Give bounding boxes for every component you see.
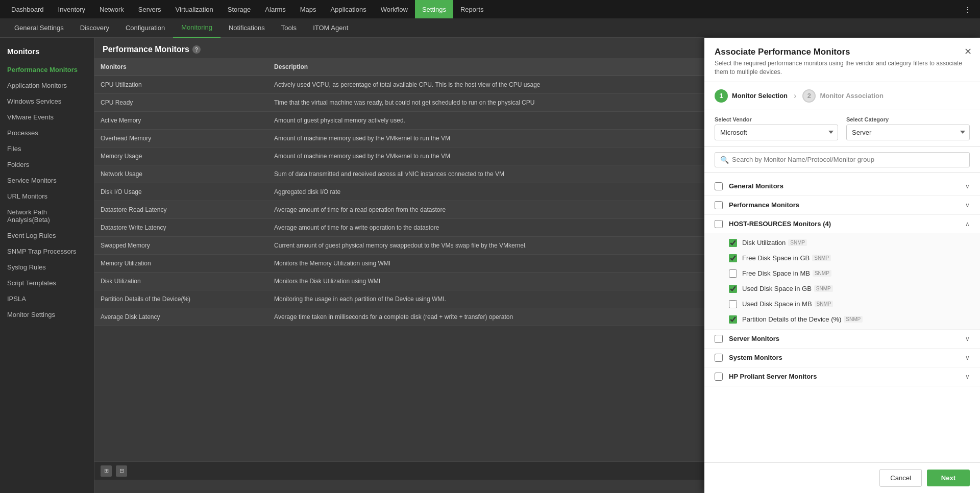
monitor-group-header[interactable]: HOST-RESOURCES Monitors (4)∧ [704, 215, 980, 233]
search-input[interactable] [732, 156, 964, 163]
panel-close-button[interactable]: ✕ [964, 46, 972, 57]
sidebar-item-ipsla[interactable]: IPSLA [0, 291, 94, 307]
sidebar-item-event--log--rules[interactable]: Event Log Rules [0, 228, 94, 243]
step-2-circle: 2 [802, 89, 816, 103]
cell-monitor: Network Usage [94, 165, 268, 183]
sidebar-item-service--monitors[interactable]: Service Monitors [0, 172, 94, 188]
top-navigation: DashboardInventoryNetworkServersVirtuali… [0, 0, 980, 18]
expand-icon: ∨ [965, 202, 970, 209]
nav-item-maps[interactable]: Maps [293, 0, 324, 18]
nav-item-storage[interactable]: Storage [220, 0, 258, 18]
subnav-item-monitoring[interactable]: Monitoring [173, 18, 220, 38]
category-select[interactable]: ServerNetworkStorageVirtual [846, 125, 970, 140]
monitor-group: General Monitors∨ [704, 177, 980, 196]
monitor-group-header[interactable]: Server Monitors∨ [704, 330, 980, 348]
group-name: HOST-RESOURCES Monitors (4) [729, 220, 965, 228]
panel-header: Associate Performance Monitors Select th… [704, 38, 980, 82]
group-checkbox[interactable] [715, 201, 723, 209]
sidebar-item-vmware--events[interactable]: VMware Events [0, 109, 94, 125]
nav-item-virtualization[interactable]: Virtualization [168, 0, 220, 18]
sidebar-item-script--templates[interactable]: Script Templates [0, 275, 94, 291]
monitor-groups-list: General Monitors∨Performance Monitors∨HO… [704, 173, 980, 462]
nav-item-applications[interactable]: Applications [324, 0, 374, 18]
sidebar-item-network--path--analysis(beta)[interactable]: Network Path Analysis(Beta) [0, 204, 94, 228]
group-checkbox[interactable] [715, 354, 723, 362]
sidebar-item-processes[interactable]: Processes [0, 125, 94, 141]
cell-monitor: Overhead Memory [94, 130, 268, 147]
monitor-group-header[interactable]: System Monitors∨ [704, 349, 980, 367]
monitor-item: Free Disk Space in GBSNMP [729, 251, 980, 266]
group-name: Server Monitors [729, 335, 965, 342]
nav-more-button[interactable]: ⋮ [959, 6, 976, 13]
item-tag: SNMP [812, 255, 831, 261]
subnav-item-discovery[interactable]: Discovery [72, 18, 117, 38]
sidebar-item-url--monitors[interactable]: URL Monitors [0, 188, 94, 204]
cancel-button[interactable]: Cancel [879, 469, 921, 487]
cell-description: Sum of data transmitted and received acr… [268, 165, 741, 183]
cell-description: Average amount of time for a read operat… [268, 201, 741, 219]
monitor-group-header[interactable]: HP Proliant Server Monitors∨ [704, 367, 980, 386]
subnav-item-configuration[interactable]: Configuration [117, 18, 173, 38]
item-checkbox[interactable] [729, 254, 737, 262]
nav-item-settings[interactable]: Settings [415, 0, 453, 18]
sidebar-item-files[interactable]: Files [0, 141, 94, 157]
nav-item-inventory[interactable]: Inventory [51, 0, 92, 18]
sidebar-item-monitor--settings[interactable]: Monitor Settings [0, 307, 94, 323]
nav-item-servers[interactable]: Servers [131, 0, 168, 18]
cell-description: Aggregated disk I/O rate [268, 183, 741, 201]
item-checkbox[interactable] [729, 285, 737, 293]
nav-item-alarms[interactable]: Alarms [258, 0, 292, 18]
download-icon[interactable]: ⊟ [116, 465, 127, 477]
nav-item-workflow[interactable]: Workflow [374, 0, 415, 18]
nav-item-reports[interactable]: Reports [453, 0, 491, 18]
monitor-group: HP Proliant Server Monitors∨ [704, 367, 980, 386]
nav-item-network[interactable]: Network [92, 0, 131, 18]
sidebar-item-application--monitors[interactable]: Application Monitors [0, 78, 94, 93]
cell-description: Monitors the Disk Utilization using WMI [268, 273, 741, 290]
vendor-label: Select Vendor [715, 116, 838, 122]
expand-icon: ∨ [965, 373, 970, 380]
item-checkbox[interactable] [729, 315, 737, 324]
cell-description: Actively used VCPU, as percentage of tot… [268, 76, 741, 94]
panel-subtitle: Select the required performance monitors… [715, 59, 970, 77]
item-checkbox[interactable] [729, 300, 737, 308]
next-button[interactable]: Next [927, 470, 970, 486]
group-checkbox[interactable] [715, 335, 723, 343]
export-icon[interactable]: ⊞ [101, 465, 112, 477]
monitor-group-header[interactable]: Performance Monitors∨ [704, 196, 980, 214]
help-icon[interactable]: ? [192, 45, 201, 54]
page-title: Performance Monitors [103, 45, 189, 54]
item-checkbox[interactable] [729, 269, 737, 278]
subnav-item-general-settings[interactable]: General Settings [6, 18, 72, 38]
monitor-group: System Monitors∨ [704, 349, 980, 367]
step-2-label: Monitor Association [820, 92, 883, 100]
group-checkbox[interactable] [715, 182, 723, 190]
step-1: 1 Monitor Selection [715, 89, 788, 103]
nav-item-dashboard[interactable]: Dashboard [4, 0, 51, 18]
monitor-item: Disk UtilizationSNMP [729, 235, 980, 251]
cell-description: Amount of machine memory used by the VMk… [268, 147, 741, 165]
monitor-group-header[interactable]: General Monitors∨ [704, 177, 980, 195]
sidebar-item-performance--monitors[interactable]: Performance Monitors [0, 62, 94, 78]
sidebar-item-snmp--trap--processors[interactable]: SNMP Trap Processors [0, 243, 94, 259]
item-tag: SNMP [813, 270, 831, 277]
group-checkbox[interactable] [715, 220, 723, 228]
vendor-select[interactable]: MicrosoftVMwareCiscoHP [715, 125, 838, 140]
group-checkbox[interactable] [715, 373, 723, 381]
step-1-circle: 1 [715, 89, 728, 103]
item-checkbox[interactable] [729, 239, 737, 247]
sidebar-item-syslog--rules[interactable]: Syslog Rules [0, 259, 94, 275]
subnav-item-tools[interactable]: Tools [273, 18, 305, 38]
group-name: System Monitors [729, 354, 965, 361]
item-name: Free Disk Space in MB [742, 269, 810, 277]
item-name: Used Disk Space in GB [742, 285, 812, 292]
sidebar: Monitors Performance MonitorsApplication… [0, 38, 94, 493]
step-1-label: Monitor Selection [732, 92, 788, 100]
group-name: Performance Monitors [729, 201, 965, 209]
subnav-item-itom-agent[interactable]: ITOM Agent [305, 18, 356, 38]
sidebar-item-windows--services[interactable]: Windows Services [0, 93, 94, 109]
expand-icon: ∨ [965, 335, 970, 342]
sidebar-item-folders[interactable]: Folders [0, 157, 94, 172]
cell-monitor: Average Disk Latency [94, 308, 268, 326]
subnav-item-notifications[interactable]: Notifications [220, 18, 273, 38]
